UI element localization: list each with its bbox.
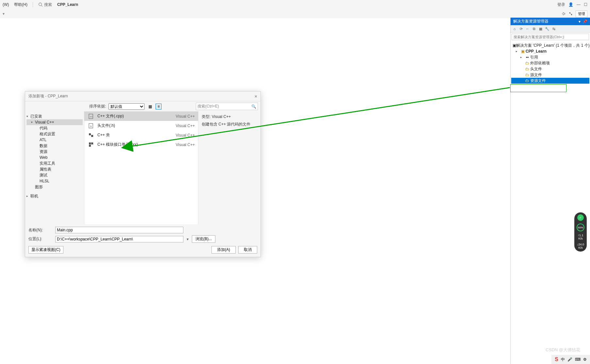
source-files-label: 源文件 — [530, 72, 542, 78]
home-icon[interactable]: ⌂ — [512, 26, 517, 31]
svg-rect-9 — [89, 133, 91, 135]
project-node[interactable]: ▸ ▣ CPP_Learn — [511, 48, 589, 54]
desc-summary: 创建包含 C++ 源代码的文件 — [202, 122, 257, 127]
template-search-input[interactable]: 搜索(Ctrl+E) 🔍 — [196, 103, 258, 110]
project-name: CPP_Learn — [57, 2, 78, 7]
login-link[interactable]: 登录 — [557, 2, 565, 8]
system-monitor-widget[interactable]: ✓ 60% ↑1.1K/s ↓24.0K/s — [574, 212, 587, 252]
back-icon[interactable]: ← — [525, 26, 530, 31]
add-button[interactable]: 添加(A) — [211, 246, 236, 254]
references-node[interactable]: ▸ ▪▪ 引用 — [511, 54, 589, 60]
search-icon — [38, 2, 43, 7]
download-speed: ↓24.0K/s — [577, 243, 584, 250]
category-resource[interactable]: 资源 — [26, 149, 83, 155]
toolbar-secondary: ▾ 管理 — [0, 9, 590, 18]
properties-icon[interactable]: 🔧 — [545, 26, 550, 31]
search-placeholder: 搜索(Ctrl+E) — [197, 104, 219, 109]
category-atl[interactable]: ATL — [26, 137, 83, 143]
template-header-file[interactable]: h 头文件(.h) Visual C++ — [84, 121, 198, 130]
solution-root-label: 解决方案 'CPP_Learn' (1 个项目，共 1 个) — [516, 43, 590, 48]
template-module-interface[interactable]: C++ 模块接口单元(.ixx) Visual C++ — [84, 140, 198, 149]
project-label: CPP_Learn — [526, 49, 547, 54]
manage-button[interactable]: 管理 — [576, 10, 587, 17]
share-icon[interactable] — [561, 11, 566, 16]
svg-text:h: h — [90, 125, 92, 128]
category-code[interactable]: 代码 — [26, 125, 83, 131]
watermark: CSDN @大佛拈花 — [546, 347, 580, 353]
minimize-button[interactable]: — — [577, 2, 581, 7]
category-util[interactable]: 实用工具 — [26, 160, 83, 166]
search-icon: 🔍 — [251, 104, 256, 109]
references-icon: ▪▪ — [524, 55, 530, 59]
search-label: 搜索 — [44, 2, 52, 8]
cpp-class-icon — [88, 132, 95, 138]
name-label: 名称(N): — [28, 227, 52, 233]
category-installed[interactable]: ▾已安装 — [26, 113, 83, 119]
category-format[interactable]: 格式设置 — [26, 131, 83, 137]
project-icon: ▣ — [520, 49, 526, 54]
search-box-top[interactable]: 搜索 — [38, 2, 52, 8]
preview-icon[interactable]: ⇆ — [551, 26, 556, 31]
mic-icon[interactable]: 🎤 — [567, 357, 572, 362]
ime-status[interactable]: 中 — [561, 357, 565, 362]
solution-explorer-title: 解决方案资源管理器 — [513, 19, 548, 24]
memory-percent: 60% — [577, 223, 584, 231]
expand-icon[interactable]: ▸ — [520, 56, 524, 59]
view-tiles-icon[interactable]: ▦ — [147, 104, 153, 109]
category-data[interactable]: 数据 — [26, 143, 83, 149]
resource-files-node[interactable]: 🗀 资源文件 — [511, 78, 589, 84]
close-button[interactable]: × — [255, 94, 257, 99]
live-share-icon[interactable] — [568, 11, 573, 16]
category-hlsl[interactable]: HLSL — [26, 178, 83, 184]
category-online[interactable]: ▸联机 — [26, 193, 83, 199]
header-files-node[interactable]: 🗀 头文件 — [511, 66, 589, 72]
external-deps-label: 外部依赖项 — [530, 60, 550, 66]
category-tree: ▾已安装 ▾Visual C++ 代码 格式设置 ATL 数据 资源 Web 实… — [25, 111, 84, 224]
compact-view-button[interactable]: 显示紧凑视图(C) — [28, 246, 63, 254]
source-files-node[interactable]: 🗀 源文件 — [511, 72, 589, 78]
category-propsheet[interactable]: 属性表 — [26, 166, 83, 172]
location-input[interactable] — [55, 236, 183, 242]
sync-icon[interactable]: ⟳ — [518, 26, 524, 31]
category-test[interactable]: 测试 — [26, 172, 83, 178]
sogou-icon[interactable]: S — [555, 356, 558, 362]
sort-dropdown[interactable]: 默认值 — [109, 103, 144, 110]
category-visual-cpp[interactable]: ▾Visual C++ — [26, 119, 83, 125]
external-deps-node[interactable]: 🗀 外部依赖项 — [511, 60, 589, 66]
tray-icon[interactable]: ⚙ — [583, 357, 587, 362]
desc-type-label: 类型: — [202, 114, 211, 119]
template-cpp-class[interactable]: C++ 类 Visual C++ — [84, 130, 198, 140]
cancel-button[interactable]: 取消 — [238, 246, 257, 254]
menu-window[interactable]: (W) — [3, 2, 9, 7]
svg-rect-12 — [91, 142, 93, 144]
folder-icon: 🗀 — [524, 61, 530, 65]
solution-root[interactable]: ▣ 解决方案 'CPP_Learn' (1 个项目，共 1 个) — [511, 42, 589, 48]
expand-icon[interactable]: ▸ — [516, 50, 520, 53]
dialog-title: 添加新项 - CPP_Learn — [28, 93, 68, 99]
name-input[interactable] — [55, 227, 183, 233]
category-web[interactable]: Web — [26, 155, 83, 160]
solution-tree: ▣ 解决方案 'CPP_Learn' (1 个项目，共 1 个) ▸ ▣ CPP… — [511, 41, 590, 85]
add-new-item-dialog: 添加新项 - CPP_Learn × 排序依据: 默认值 ▦ ≡ 搜索(Ctrl… — [25, 91, 261, 257]
browse-button[interactable]: 浏览(B)... — [192, 235, 215, 243]
svg-rect-10 — [91, 135, 93, 137]
dialog-toolbar: 排序依据: 默认值 ▦ ≡ 搜索(Ctrl+E) 🔍 — [25, 101, 261, 111]
pin-icon[interactable]: 📌 — [582, 19, 587, 24]
sort-label: 排序依据: — [89, 104, 106, 109]
menu-help[interactable]: 帮助(H) — [14, 2, 27, 8]
maximize-button[interactable]: ☐ — [584, 2, 587, 7]
show-all-icon[interactable]: ▦ — [538, 26, 543, 31]
panel-dropdown-icon[interactable]: ▾ — [579, 19, 581, 24]
keyboard-icon[interactable]: ⌨ — [575, 357, 581, 362]
copy-icon[interactable]: ⧉ — [531, 26, 537, 31]
svg-line-4 — [570, 13, 571, 14]
toolbar-dropdown-icon[interactable]: ▾ — [3, 11, 5, 16]
cpp-file-icon: ++ — [88, 113, 95, 119]
dialog-title-bar: 添加新项 - CPP_Learn × — [25, 91, 261, 101]
view-list-icon[interactable]: ≡ — [156, 104, 161, 109]
folder-icon: 🗀 — [524, 78, 530, 83]
category-graphics[interactable]: 图形 — [26, 184, 83, 190]
template-cpp-file[interactable]: ++ C++ 文件(.cpp) Visual C++ — [84, 111, 198, 121]
user-icon[interactable]: 👤 — [568, 2, 573, 7]
solution-search-input[interactable] — [512, 34, 589, 40]
